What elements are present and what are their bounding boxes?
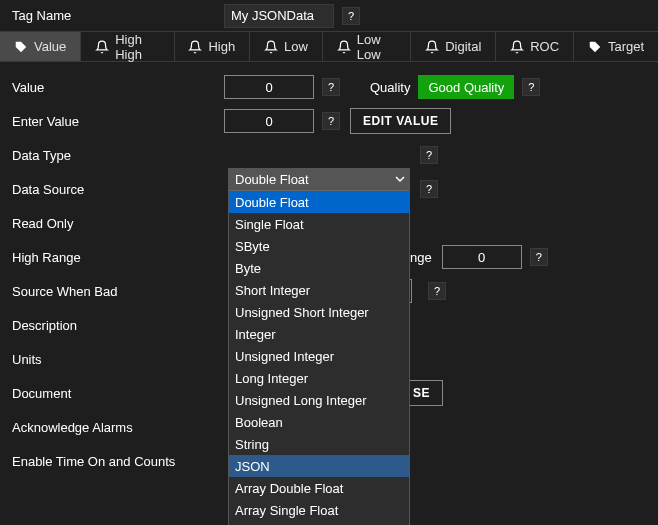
- source-when-bad-label: Source When Bad: [4, 284, 224, 299]
- enter-value-input[interactable]: [224, 109, 314, 133]
- value-label: Value: [4, 80, 224, 95]
- value-input[interactable]: [224, 75, 314, 99]
- tab-label: Value: [34, 39, 66, 54]
- data-type-option[interactable]: Array Integer: [229, 521, 409, 525]
- data-type-option[interactable]: Array Single Float: [229, 499, 409, 521]
- data-type-option[interactable]: SByte: [229, 235, 409, 257]
- data-type-option[interactable]: Byte: [229, 257, 409, 279]
- data-type-option[interactable]: Array Double Float: [229, 477, 409, 499]
- bell-icon: [188, 40, 202, 54]
- bell-icon: [264, 40, 278, 54]
- chevron-down-icon: [395, 172, 405, 187]
- source-when-bad-help-icon[interactable]: ?: [428, 282, 446, 300]
- quality-label: Quality: [370, 80, 410, 95]
- bell-icon: [95, 40, 109, 54]
- data-type-option[interactable]: Single Float: [229, 213, 409, 235]
- value-help-icon[interactable]: ?: [322, 78, 340, 96]
- edit-value-button[interactable]: EDIT VALUE: [350, 108, 451, 134]
- data-type-option[interactable]: Unsigned Integer: [229, 345, 409, 367]
- data-type-option[interactable]: Unsigned Short Integer: [229, 301, 409, 323]
- data-source-label: Data Source: [4, 182, 224, 197]
- acknowledge-alarms-label: Acknowledge Alarms: [4, 420, 224, 435]
- data-type-option-list[interactable]: Double FloatSingle FloatSByteByteShort I…: [229, 191, 409, 525]
- high-range-label: High Range: [4, 250, 224, 265]
- tab-value[interactable]: Value: [0, 32, 80, 61]
- enable-time-label: Enable Time On and Counts: [4, 454, 264, 469]
- tab-label: ROC: [530, 39, 559, 54]
- bell-icon: [337, 40, 351, 54]
- tab-roc[interactable]: ROC: [496, 32, 573, 61]
- tab-target[interactable]: Target: [574, 32, 658, 61]
- tab-high-high[interactable]: High High: [81, 32, 173, 61]
- data-type-option[interactable]: Short Integer: [229, 279, 409, 301]
- data-type-option[interactable]: Double Float: [229, 191, 409, 213]
- low-range-label-partial: nge: [410, 250, 432, 265]
- document-label: Document: [4, 386, 224, 401]
- tab-bar: ValueHigh HighHighLowLow LowDigitalROCTa…: [0, 32, 658, 62]
- bell-icon: [510, 40, 524, 54]
- data-type-option[interactable]: JSON: [229, 455, 409, 477]
- data-type-help-icon[interactable]: ?: [420, 146, 438, 164]
- read-only-label: Read Only: [4, 216, 224, 231]
- tag-icon: [14, 40, 28, 54]
- data-type-dropdown-open[interactable]: Double Float Double FloatSingle FloatSBy…: [228, 168, 410, 525]
- low-range-input[interactable]: [442, 245, 522, 269]
- data-type-option[interactable]: Unsigned Long Integer: [229, 389, 409, 411]
- data-type-option[interactable]: Long Integer: [229, 367, 409, 389]
- data-type-option[interactable]: Integer: [229, 323, 409, 345]
- tab-digital[interactable]: Digital: [411, 32, 495, 61]
- tab-label: High High: [115, 32, 159, 62]
- data-source-help-icon[interactable]: ?: [420, 180, 438, 198]
- units-label: Units: [4, 352, 224, 367]
- tab-label: Digital: [445, 39, 481, 54]
- tab-label: Low Low: [357, 32, 397, 62]
- data-type-dropdown-header[interactable]: Double Float: [229, 169, 409, 191]
- enter-value-label: Enter Value: [4, 114, 224, 129]
- tab-high[interactable]: High: [174, 32, 249, 61]
- enter-value-help-icon[interactable]: ?: [322, 112, 340, 130]
- data-type-option[interactable]: Boolean: [229, 411, 409, 433]
- data-type-option[interactable]: String: [229, 433, 409, 455]
- description-label: Description: [4, 318, 224, 333]
- tag-name-help-icon[interactable]: ?: [342, 7, 360, 25]
- bell-icon: [425, 40, 439, 54]
- low-range-help-icon[interactable]: ?: [530, 248, 548, 266]
- tag-name-label: Tag Name: [4, 8, 224, 23]
- data-type-selected-text: Double Float: [235, 172, 309, 187]
- tag-name-input[interactable]: [224, 4, 334, 28]
- tab-label: Low: [284, 39, 308, 54]
- quality-badge: Good Quality: [418, 75, 514, 99]
- data-type-label: Data Type: [4, 148, 224, 163]
- tab-low-low[interactable]: Low Low: [323, 32, 411, 61]
- tag-icon: [588, 40, 602, 54]
- tab-label: Target: [608, 39, 644, 54]
- quality-help-icon[interactable]: ?: [522, 78, 540, 96]
- tab-label: High: [208, 39, 235, 54]
- tab-low[interactable]: Low: [250, 32, 322, 61]
